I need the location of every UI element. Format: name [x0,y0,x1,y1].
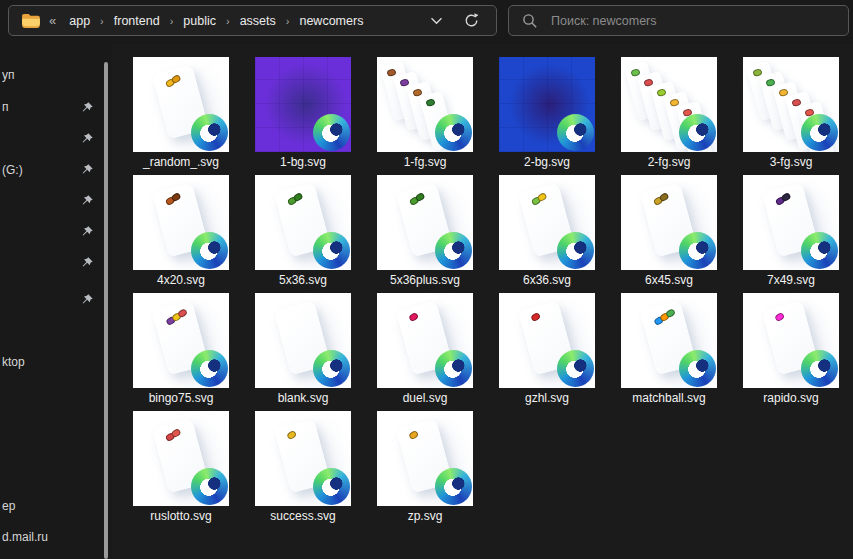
pin-icon[interactable] [80,256,94,270]
file-item[interactable]: ruslotto.svg [133,411,229,524]
file-thumbnail [499,175,595,270]
sidebar-item-label[interactable]: уп [2,67,15,83]
file-item[interactable]: matchball.svg [621,293,717,406]
breadcrumb-separator: › [226,15,230,27]
file-name: 2-bg.svg [499,154,595,170]
edge-browser-icon [801,350,838,387]
edge-browser-icon [313,350,350,387]
edge-browser-icon [679,232,716,269]
pin-icon[interactable] [80,293,94,307]
file-name: 1-bg.svg [255,154,351,170]
file-item[interactable]: 7x49.svg [743,175,839,288]
file-item[interactable]: rapido.svg [743,293,839,406]
file-name: 3-fg.svg [743,154,839,170]
edge-browser-icon [191,350,228,387]
file-thumbnail [255,175,351,270]
address-bar-actions [430,12,484,29]
breadcrumb-item-frontend[interactable]: frontend [111,12,163,30]
pin-icon[interactable] [80,132,94,146]
file-name: 1-fg.svg [377,154,473,170]
file-name: 5x36.svg [255,272,351,288]
file-thumbnail [133,411,229,506]
file-item[interactable]: duel.svg [377,293,473,406]
folder-icon[interactable] [21,13,40,28]
file-thumbnail [133,175,229,270]
bead-glyph [425,98,436,107]
file-item[interactable]: 3-fg.svg [743,57,839,170]
file-name: blank.svg [255,390,351,406]
file-thumbnail [255,293,351,388]
file-item[interactable]: 6x45.svg [621,175,717,288]
file-item[interactable]: 1-bg.svg [255,57,351,170]
file-thumbnail [499,293,595,388]
file-thumbnail [377,293,473,388]
breadcrumb-item-assets[interactable]: assets [237,12,279,30]
file-item[interactable]: 2-bg.svg [499,57,595,170]
file-thumbnail [133,293,229,388]
sidebar-item-label[interactable]: п [2,99,9,115]
file-item[interactable]: 5x36plus.svg [377,175,473,288]
file-item[interactable]: gzhl.svg [499,293,595,406]
refresh-icon[interactable] [463,12,480,29]
file-name: success.svg [255,508,351,524]
file-name: ruslotto.svg [133,508,229,524]
edge-browser-icon [435,232,472,269]
file-thumbnail [743,293,839,388]
pin-icon[interactable] [80,163,94,177]
sidebar-item-label[interactable]: d.mail.ru [2,529,48,545]
search-icon [522,13,538,29]
file-thumbnail [255,411,351,506]
edge-browser-icon [557,232,594,269]
edge-browser-icon [801,232,838,269]
file-name: 6x36.svg [499,272,595,288]
search-input[interactable] [549,13,838,29]
sidebar-scrollbar[interactable] [104,62,108,559]
file-item[interactable]: bingo75.svg [133,293,229,406]
address-bar[interactable]: « app›frontend›public›assets›newcomers [8,5,497,36]
file-item[interactable]: blank.svg [255,293,351,406]
edge-browser-icon [191,232,228,269]
file-name: matchball.svg [621,390,717,406]
file-thumbnail [621,57,717,152]
breadcrumb-item-app[interactable]: app [66,12,93,30]
file-name: gzhl.svg [499,390,595,406]
file-name: duel.svg [377,390,473,406]
file-name: zp.svg [377,508,473,524]
search-box[interactable] [508,5,849,36]
file-thumbnail [377,57,473,152]
file-item[interactable]: 6x36.svg [499,175,595,288]
edge-browser-icon [435,468,472,505]
file-item[interactable]: zp.svg [377,411,473,524]
edge-browser-icon [557,114,594,151]
file-name: 6x45.svg [621,272,717,288]
breadcrumb-item-newcomers[interactable]: newcomers [296,12,366,30]
sidebar-item-label[interactable]: (G:) [2,162,23,178]
file-item[interactable]: 1-fg.svg [377,57,473,170]
file-item[interactable]: _random_.svg [133,57,229,170]
edge-browser-icon [313,468,350,505]
breadcrumb-overflow-icon[interactable]: « [49,13,56,28]
chevron-down-icon[interactable] [430,17,443,25]
edge-browser-icon [435,114,472,151]
edge-browser-icon [191,468,228,505]
pin-icon[interactable] [80,194,94,208]
sidebar-item-label[interactable]: ktop [2,354,25,370]
file-item[interactable]: 4x20.svg [133,175,229,288]
pin-icon[interactable] [80,101,94,115]
edge-browser-icon [679,114,716,151]
breadcrumb-item-public[interactable]: public [180,12,219,30]
edge-browser-icon [557,350,594,387]
file-item[interactable]: 2-fg.svg [621,57,717,170]
sidebar-item-label[interactable]: ep [2,498,15,514]
breadcrumb-separator: › [286,15,290,27]
edge-browser-icon [313,114,350,151]
file-thumbnail [377,175,473,270]
breadcrumb: app›frontend›public›assets›newcomers [66,12,366,30]
file-name: rapido.svg [743,390,839,406]
file-thumbnail [743,57,839,152]
file-thumbnail [499,57,595,152]
file-item[interactable]: 5x36.svg [255,175,351,288]
file-item[interactable]: success.svg [255,411,351,524]
file-thumbnail [377,411,473,506]
pin-icon[interactable] [80,225,94,239]
